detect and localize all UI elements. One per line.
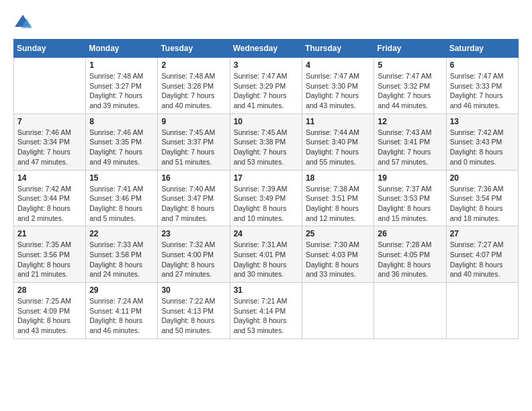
day-info: Sunrise: 7:46 AMSunset: 3:35 PMDaylight:… [89, 128, 154, 167]
day-number: 5 [378, 60, 442, 70]
day-info: Sunrise: 7:47 AMSunset: 3:30 PMDaylight:… [306, 71, 370, 111]
header-day-monday: Monday [86, 40, 158, 58]
day-number: 2 [161, 60, 226, 70]
day-number: 21 [17, 229, 82, 238]
calendar-cell: 1Sunrise: 7:48 AMSunset: 3:27 PMDaylight… [86, 58, 158, 114]
day-number: 24 [234, 229, 299, 238]
calendar-cell: 7Sunrise: 7:46 AMSunset: 3:34 PMDaylight… [14, 113, 86, 170]
calendar-cell [14, 58, 86, 114]
calendar-cell: 4Sunrise: 7:47 AMSunset: 3:30 PMDaylight… [302, 58, 374, 114]
week-row-1: 1Sunrise: 7:48 AMSunset: 3:27 PMDaylight… [14, 58, 519, 114]
day-number: 11 [306, 117, 370, 126]
header-day-wednesday: Wednesday [230, 40, 302, 58]
calendar-cell: 13Sunrise: 7:42 AMSunset: 3:43 PMDayligh… [446, 113, 518, 170]
day-info: Sunrise: 7:37 AMSunset: 3:53 PMDaylight:… [378, 184, 442, 224]
day-info: Sunrise: 7:32 AMSunset: 4:00 PMDaylight:… [161, 240, 226, 279]
day-number: 15 [89, 173, 154, 183]
day-info: Sunrise: 7:31 AMSunset: 4:01 PMDaylight:… [234, 240, 299, 279]
calendar-cell: 11Sunrise: 7:44 AMSunset: 3:40 PMDayligh… [302, 113, 374, 170]
day-number: 4 [306, 60, 370, 70]
day-info: Sunrise: 7:47 AMSunset: 3:33 PMDaylight:… [450, 71, 515, 111]
calendar-header: SundayMondayTuesdayWednesdayThursdayFrid… [14, 40, 519, 58]
day-info: Sunrise: 7:43 AMSunset: 3:41 PMDaylight:… [378, 128, 442, 167]
calendar-cell: 17Sunrise: 7:39 AMSunset: 3:49 PMDayligh… [230, 170, 302, 226]
day-number: 25 [306, 229, 370, 238]
day-number: 14 [17, 173, 82, 183]
calendar-cell: 28Sunrise: 7:25 AMSunset: 4:09 PMDayligh… [14, 283, 86, 339]
day-number: 17 [234, 173, 299, 183]
day-info: Sunrise: 7:38 AMSunset: 3:51 PMDaylight:… [306, 184, 370, 224]
calendar-cell: 12Sunrise: 7:43 AMSunset: 3:41 PMDayligh… [374, 113, 446, 170]
header [13, 13, 519, 32]
calendar-cell: 20Sunrise: 7:36 AMSunset: 3:54 PMDayligh… [446, 170, 518, 226]
day-info: Sunrise: 7:22 AMSunset: 4:13 PMDaylight:… [161, 296, 226, 336]
day-info: Sunrise: 7:39 AMSunset: 3:49 PMDaylight:… [234, 184, 299, 224]
calendar-cell: 21Sunrise: 7:35 AMSunset: 3:56 PMDayligh… [14, 226, 86, 283]
day-info: Sunrise: 7:44 AMSunset: 3:40 PMDaylight:… [306, 128, 370, 167]
week-row-2: 7Sunrise: 7:46 AMSunset: 3:34 PMDaylight… [14, 113, 519, 170]
header-day-saturday: Saturday [446, 40, 518, 58]
calendar-cell [446, 283, 518, 339]
day-number: 29 [89, 285, 154, 295]
week-row-3: 14Sunrise: 7:42 AMSunset: 3:44 PMDayligh… [14, 170, 519, 226]
calendar-cell [302, 283, 374, 339]
day-number: 6 [450, 60, 515, 70]
day-number: 23 [161, 229, 226, 238]
day-number: 10 [234, 117, 299, 126]
day-number: 27 [450, 229, 515, 238]
day-info: Sunrise: 7:45 AMSunset: 3:38 PMDaylight:… [234, 128, 299, 167]
day-info: Sunrise: 7:47 AMSunset: 3:32 PMDaylight:… [378, 71, 442, 111]
calendar-cell: 10Sunrise: 7:45 AMSunset: 3:38 PMDayligh… [230, 113, 302, 170]
day-number: 30 [161, 285, 226, 295]
day-info: Sunrise: 7:48 AMSunset: 3:28 PMDaylight:… [161, 71, 226, 111]
calendar-body: 1Sunrise: 7:48 AMSunset: 3:27 PMDaylight… [14, 58, 519, 339]
logo-icon [13, 13, 32, 32]
day-number: 31 [234, 285, 299, 295]
day-info: Sunrise: 7:24 AMSunset: 4:11 PMDaylight:… [89, 296, 154, 336]
day-info: Sunrise: 7:45 AMSunset: 3:37 PMDaylight:… [161, 128, 226, 167]
calendar-cell: 18Sunrise: 7:38 AMSunset: 3:51 PMDayligh… [302, 170, 374, 226]
calendar-cell: 5Sunrise: 7:47 AMSunset: 3:32 PMDaylight… [374, 58, 446, 114]
calendar-table: SundayMondayTuesdayWednesdayThursdayFrid… [13, 39, 519, 339]
calendar-cell: 22Sunrise: 7:33 AMSunset: 3:58 PMDayligh… [86, 226, 158, 283]
calendar-cell: 31Sunrise: 7:21 AMSunset: 4:14 PMDayligh… [230, 283, 302, 339]
day-info: Sunrise: 7:25 AMSunset: 4:09 PMDaylight:… [17, 296, 82, 336]
week-row-4: 21Sunrise: 7:35 AMSunset: 3:56 PMDayligh… [14, 226, 519, 283]
calendar-cell: 29Sunrise: 7:24 AMSunset: 4:11 PMDayligh… [86, 283, 158, 339]
day-info: Sunrise: 7:48 AMSunset: 3:27 PMDaylight:… [89, 71, 154, 111]
calendar-cell: 6Sunrise: 7:47 AMSunset: 3:33 PMDaylight… [446, 58, 518, 114]
day-info: Sunrise: 7:36 AMSunset: 3:54 PMDaylight:… [450, 184, 515, 224]
calendar-cell: 23Sunrise: 7:32 AMSunset: 4:00 PMDayligh… [158, 226, 230, 283]
day-number: 16 [161, 173, 226, 183]
day-info: Sunrise: 7:42 AMSunset: 3:43 PMDaylight:… [450, 128, 515, 167]
header-day-thursday: Thursday [302, 40, 374, 58]
week-row-5: 28Sunrise: 7:25 AMSunset: 4:09 PMDayligh… [14, 283, 519, 339]
calendar-cell: 25Sunrise: 7:30 AMSunset: 4:03 PMDayligh… [302, 226, 374, 283]
calendar-cell: 26Sunrise: 7:28 AMSunset: 4:05 PMDayligh… [374, 226, 446, 283]
day-number: 7 [17, 117, 82, 126]
day-number: 19 [378, 173, 442, 183]
header-row: SundayMondayTuesdayWednesdayThursdayFrid… [14, 40, 519, 58]
day-info: Sunrise: 7:33 AMSunset: 3:58 PMDaylight:… [89, 240, 154, 279]
calendar-cell: 9Sunrise: 7:45 AMSunset: 3:37 PMDaylight… [158, 113, 230, 170]
header-day-sunday: Sunday [14, 40, 86, 58]
day-number: 18 [306, 173, 370, 183]
header-day-friday: Friday [374, 40, 446, 58]
day-number: 9 [161, 117, 226, 126]
day-info: Sunrise: 7:42 AMSunset: 3:44 PMDaylight:… [17, 184, 82, 224]
day-info: Sunrise: 7:40 AMSunset: 3:47 PMDaylight:… [161, 184, 226, 224]
logo [13, 13, 35, 32]
calendar-cell [374, 283, 446, 339]
day-number: 28 [17, 285, 82, 295]
day-info: Sunrise: 7:46 AMSunset: 3:34 PMDaylight:… [17, 128, 82, 167]
day-info: Sunrise: 7:21 AMSunset: 4:14 PMDaylight:… [234, 296, 299, 336]
calendar-cell: 19Sunrise: 7:37 AMSunset: 3:53 PMDayligh… [374, 170, 446, 226]
calendar-cell: 3Sunrise: 7:47 AMSunset: 3:29 PMDaylight… [230, 58, 302, 114]
day-info: Sunrise: 7:28 AMSunset: 4:05 PMDaylight:… [378, 240, 442, 279]
day-number: 3 [234, 60, 299, 70]
day-info: Sunrise: 7:47 AMSunset: 3:29 PMDaylight:… [234, 71, 299, 111]
day-number: 13 [450, 117, 515, 126]
calendar-cell: 8Sunrise: 7:46 AMSunset: 3:35 PMDaylight… [86, 113, 158, 170]
day-number: 1 [89, 60, 154, 70]
day-number: 8 [89, 117, 154, 126]
